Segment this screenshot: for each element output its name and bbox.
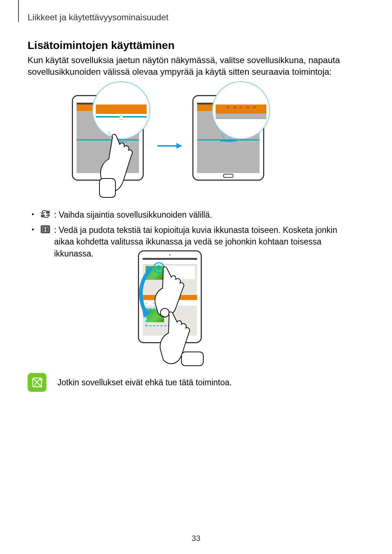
- swap-icon: ↺: [226, 105, 229, 109]
- hand-icon: [159, 305, 221, 366]
- svg-rect-12: [181, 352, 203, 366]
- dotted-guide-right: [219, 134, 255, 148]
- drag-content-icon: [40, 224, 51, 234]
- hand-icon: [98, 134, 145, 199]
- svg-point-7: [45, 227, 46, 229]
- zoom-circle-right: ↺ ⇲ ⤢ ▭ ✕: [212, 81, 270, 139]
- note-icon: [28, 373, 46, 392]
- section-title: Lisätoimintojen käyttäminen: [28, 39, 175, 52]
- zoom-circle-left: [92, 81, 150, 139]
- svg-point-10: [156, 265, 162, 270]
- header-rule: [18, 0, 19, 22]
- bullet-text: : Vaihda sijaintia sovellusikkunoiden vä…: [54, 209, 212, 221]
- expand-icon: ⤢: [240, 105, 242, 109]
- drag-icon: ⇲: [233, 105, 236, 109]
- svg-rect-3: [41, 214, 45, 217]
- svg-rect-0: [99, 178, 115, 197]
- note-callout: Jotkin sovellukset eivät ehkä tue tätä t…: [28, 373, 232, 392]
- svg-marker-2: [176, 143, 182, 149]
- list-item: : Vaihda sijaintia sovellusikkunoiden vä…: [32, 209, 348, 221]
- intro-paragraph: Kun käytät sovelluksia jaetun näytön näk…: [28, 54, 351, 78]
- minimize-icon: ▭: [246, 105, 249, 109]
- bullet-dot-icon: [32, 229, 34, 230]
- figure-drag-drop: ▲▲≡: [138, 250, 232, 374]
- figure-split-window: ↺ ⇲ ⤢ ▭ ✕: [0, 79, 392, 204]
- close-icon: ✕: [253, 105, 256, 109]
- swap-windows-icon: [40, 209, 51, 219]
- page-number: 33: [192, 534, 200, 543]
- arrow-icon: [157, 141, 182, 150]
- bullet-dot-icon: [32, 213, 34, 215]
- breadcrumb: Liikkeet ja käytettävyysominaisuudet: [28, 12, 168, 22]
- svg-point-11: [160, 308, 169, 317]
- svg-rect-4: [46, 211, 50, 214]
- note-text: Jotkin sovellukset eivät ehkä tue tätä t…: [57, 378, 232, 387]
